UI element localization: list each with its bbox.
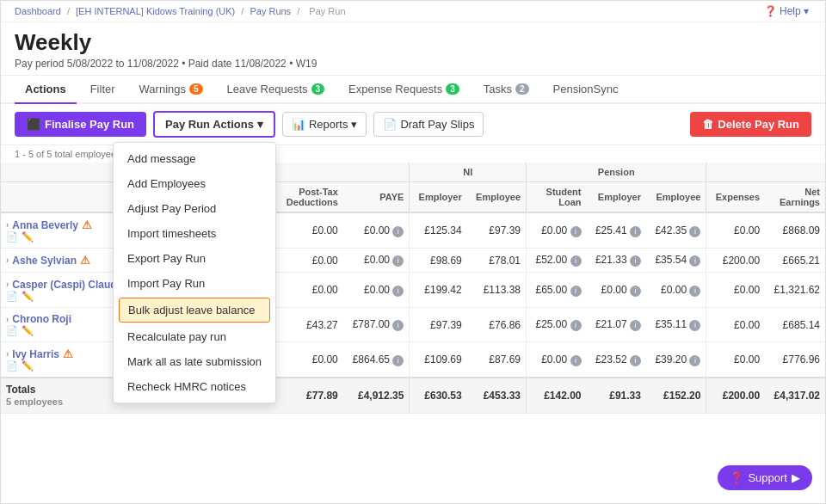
pe-info-icon[interactable]: i xyxy=(630,320,641,331)
pension-employee-cell: £42.35 i xyxy=(646,212,706,249)
pe-info-icon[interactable]: i xyxy=(630,286,641,297)
pee-info-icon[interactable]: i xyxy=(689,226,700,237)
pension-employee-cell: £35.54 i xyxy=(646,249,706,273)
pension-employer-cell: £25.41 i xyxy=(587,212,646,249)
totals-expenses: £200.00 xyxy=(706,378,765,414)
pension-employer-cell: £23.52 i xyxy=(587,342,646,378)
tab-filter[interactable]: Filter xyxy=(80,76,126,104)
support-button[interactable]: ❓ Support ▶ xyxy=(718,465,812,490)
pension-employer-cell: £0.00 i xyxy=(587,273,646,308)
pe-info-icon[interactable]: i xyxy=(630,255,641,267)
net-earnings-cell: £685.14 xyxy=(765,308,825,342)
chevron-down-icon: ▾ xyxy=(257,118,263,131)
expand-icon[interactable]: › xyxy=(6,349,9,359)
totals-paye: £4,912.35 xyxy=(343,378,410,414)
paye-info-icon[interactable]: i xyxy=(392,320,404,331)
net-earnings-cell: £1,321.62 xyxy=(765,273,825,308)
pension-employee-cell: £39.20 i xyxy=(646,342,706,378)
col-pension-employee: Employee xyxy=(646,182,706,213)
totals-student-loan: £142.00 xyxy=(527,378,587,414)
reports-button[interactable]: 📊 Reports ▾ xyxy=(282,112,367,137)
expenses-cell: £0.00 xyxy=(706,308,765,342)
dropdown-recalculate[interactable]: Recalculate pay run xyxy=(114,324,275,349)
student-loan-cell: £0.00 i xyxy=(527,212,587,249)
student-loan-cell: £25.00 i xyxy=(527,308,587,342)
pe-info-icon[interactable]: i xyxy=(630,355,641,366)
expenses-cell: £0.00 xyxy=(706,342,765,378)
doc-icon: 📄 xyxy=(6,360,18,372)
sl-info-icon[interactable]: i xyxy=(570,286,582,297)
sl-info-icon[interactable]: i xyxy=(570,355,582,366)
tab-leave-requests[interactable]: Leave Requests 3 xyxy=(217,76,336,104)
post-tax-cell: £0.00 xyxy=(277,342,343,378)
pension-employee-cell: £0.00 i xyxy=(646,273,706,308)
pension-group-header: Pension xyxy=(527,163,706,182)
tab-actions[interactable]: Actions xyxy=(15,76,77,104)
ni-employee-cell: £113.38 xyxy=(467,273,527,308)
expense-badge: 3 xyxy=(446,83,459,95)
chevron-right-icon: ▶ xyxy=(792,471,800,484)
sl-info-icon[interactable]: i xyxy=(570,320,582,331)
dropdown-recheck-hmrc[interactable]: Recheck HMRC notices xyxy=(114,374,275,399)
dropdown-mark-late[interactable]: Mark all as late submission xyxy=(114,349,275,374)
expand-icon[interactable]: › xyxy=(6,220,9,230)
pee-info-icon[interactable]: i xyxy=(689,320,700,331)
tab-tasks[interactable]: Tasks 2 xyxy=(473,76,539,104)
breadcrumb-company[interactable]: [EH INTERNAL] Kidows Training (UK) xyxy=(76,6,235,16)
dropdown-import-pay-run[interactable]: Import Pay Run xyxy=(114,271,275,296)
sl-info-icon[interactable]: i xyxy=(570,255,582,267)
help-button[interactable]: ❓ Help ▾ xyxy=(764,5,809,17)
pee-info-icon[interactable]: i xyxy=(689,255,700,267)
pee-info-icon[interactable]: i xyxy=(689,286,700,297)
paye-info-icon[interactable]: i xyxy=(392,226,404,237)
dropdown-adjust-pay-period[interactable]: Adjust Pay Period xyxy=(114,196,275,221)
paye-cell: £864.65 i xyxy=(343,342,410,378)
delete-payrun-button[interactable]: 🗑 Delete Pay Run xyxy=(690,112,811,137)
draft-payslips-button[interactable]: 📄 Draft Pay Slips xyxy=(373,112,484,137)
chevron-down-icon-reports: ▾ xyxy=(351,118,357,131)
warnings-badge: 5 xyxy=(189,83,203,95)
breadcrumb-payruns[interactable]: Pay Runs xyxy=(250,6,291,16)
paye-cell: £787.00 i xyxy=(343,308,410,342)
col-ni-employee: Employee xyxy=(467,182,527,213)
post-tax-cell: £43.27 xyxy=(277,308,343,342)
paye-info-icon[interactable]: i xyxy=(392,355,404,366)
warning-icon: ⚠ xyxy=(82,218,92,231)
finalize-payrun-button[interactable]: ⬛ Finalise Pay Run xyxy=(15,112,146,137)
dropdown-import-timesheets[interactable]: Import timesheets xyxy=(114,221,275,246)
payrun-actions-dropdown: Add message Add Employees Adjust Pay Per… xyxy=(113,142,276,403)
col-net: NetEarnings xyxy=(765,182,825,213)
pee-info-icon[interactable]: i xyxy=(689,355,700,366)
ni-employer-cell: £97.39 xyxy=(410,308,467,342)
pension-employee-cell: £35.11 i xyxy=(646,308,706,342)
warning-icon: ⚠ xyxy=(63,347,73,360)
tab-warnings[interactable]: Warnings 5 xyxy=(129,76,213,104)
totals-post-tax: £77.89 xyxy=(277,378,343,414)
expand-icon[interactable]: › xyxy=(6,255,9,265)
totals-pension-employee: £152.20 xyxy=(646,378,706,414)
dropdown-bulk-adjust-leave[interactable]: Bulk adjust leave balance xyxy=(119,298,270,323)
actions-bar: ⬛ Finalise Pay Run Pay Run Actions ▾ 📊 R… xyxy=(1,104,825,145)
pe-info-icon[interactable]: i xyxy=(630,226,641,237)
expand-icon[interactable]: › xyxy=(6,315,9,324)
leave-badge: 3 xyxy=(311,83,325,95)
breadcrumb-current: Pay Run xyxy=(309,6,345,16)
totals-net: £4,317.02 xyxy=(765,378,825,414)
breadcrumb: Dashboard / [EH INTERNAL] Kidows Trainin… xyxy=(1,1,825,22)
ni-employer-cell: £125.34 xyxy=(410,212,467,249)
edit-icon: ✏️ xyxy=(22,231,34,243)
breadcrumb-dashboard[interactable]: Dashboard xyxy=(15,6,61,16)
dropdown-export-pay-run[interactable]: Export Pay Run xyxy=(114,246,275,271)
ni-employer-cell: £98.69 xyxy=(410,249,467,273)
payrun-actions-button[interactable]: Pay Run Actions ▾ xyxy=(153,111,275,138)
tab-pensionsync[interactable]: PensionSync xyxy=(543,76,629,104)
expand-icon[interactable]: › xyxy=(6,280,9,289)
dropdown-add-employees[interactable]: Add Employees xyxy=(114,171,275,196)
sl-info-icon[interactable]: i xyxy=(570,226,582,237)
col-student-loan: StudentLoan xyxy=(527,182,587,213)
paye-info-icon[interactable]: i xyxy=(392,255,404,267)
paye-info-icon[interactable]: i xyxy=(392,286,404,297)
edit-icon: ✏️ xyxy=(22,291,34,302)
dropdown-add-message[interactable]: Add message xyxy=(114,146,275,171)
tab-expense-requests[interactable]: Expense Requests 3 xyxy=(338,76,470,104)
